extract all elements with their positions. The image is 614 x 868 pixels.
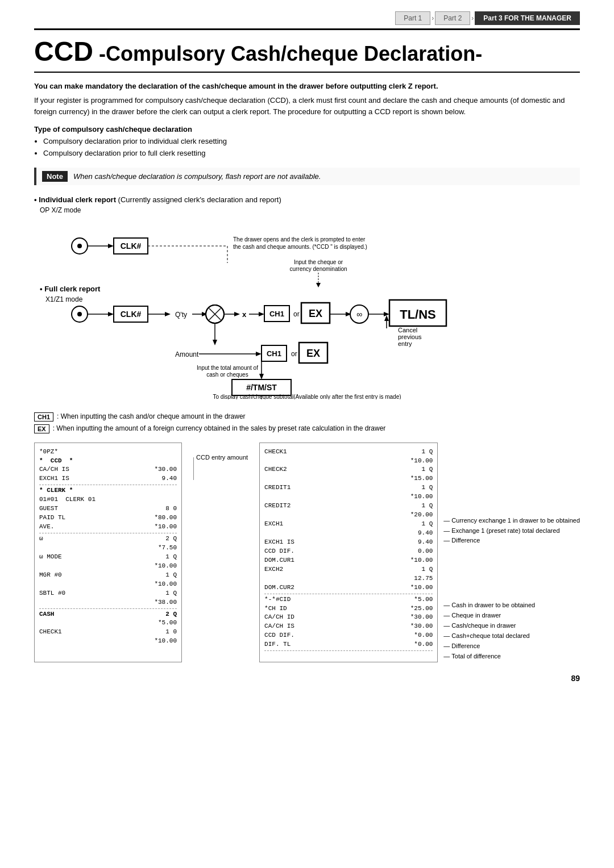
r-line-3: CA/CH IS*30.00	[39, 465, 177, 474]
page-number: 89	[34, 674, 580, 683]
r-line-21: *10.00	[39, 637, 177, 646]
rr-16: DOM.CUR2*10.00	[264, 583, 433, 592]
r-line-6: 01#01 CLERK 01	[39, 495, 177, 504]
rr-3: CHECK21 Q	[264, 465, 433, 474]
svg-text:x: x	[242, 310, 247, 319]
r-line-13: *10.00	[39, 562, 177, 571]
r-divider-2	[39, 533, 177, 533]
svg-marker-63	[384, 315, 389, 321]
r-line-8: PAID TL*80.00	[39, 514, 177, 523]
r-line-17: *38.00	[39, 598, 177, 607]
annot-12: Difference	[443, 642, 580, 651]
nav-separator2: ›	[470, 14, 475, 22]
annot-3: Difference	[443, 536, 580, 545]
rr-15: 12.75	[264, 574, 433, 583]
ccd-annotation: CCD entry amount	[193, 454, 248, 662]
svg-marker-13	[316, 283, 321, 287]
r-line-2: * CCD *	[39, 457, 177, 466]
svg-text:Q'ty: Q'ty	[175, 311, 187, 319]
svg-text:currency denomination: currency denomination	[289, 266, 347, 272]
individual-mode: OP X/Z mode	[40, 206, 580, 214]
ccd-entry-label: CCD entry amount	[196, 454, 248, 461]
part1-tab[interactable]: Part 1	[395, 11, 430, 25]
svg-marker-35	[259, 312, 264, 316]
rr-div2	[264, 650, 433, 651]
r-line-1: *0PZ*	[39, 448, 177, 457]
diagram-section: • Individual clerk report (Currently ass…	[34, 195, 580, 401]
title-prefix: CCD	[34, 36, 93, 66]
svg-text:or: or	[291, 350, 297, 358]
svg-text:CH1: CH1	[267, 349, 281, 358]
rr-12: CCD DIF.0.00	[264, 547, 433, 556]
intro-bold: You can make mandatory the declaration o…	[34, 82, 580, 90]
legend-ex: EX : When inputting the amount of a fore…	[34, 424, 580, 433]
left-receipt: *0PZ* * CCD * CA/CH IS*30.00 EXCH1 IS9.4…	[34, 443, 182, 662]
bullet-2: Compulsory declaration prior to full cle…	[43, 148, 580, 160]
r-divider-1	[39, 485, 177, 485]
nav-separator1: ›	[430, 14, 435, 22]
svg-marker-32	[234, 312, 240, 316]
annot-8: Cash in drawer to be obtained	[443, 601, 580, 610]
svg-text:cash or cheques: cash or cheques	[206, 372, 248, 378]
svg-text:Amount: Amount	[175, 350, 199, 358]
rr-22: DIF. TL*0.00	[264, 640, 433, 649]
svg-text:or: or	[293, 310, 300, 318]
note-text: When cash/cheque declaration is compulso…	[73, 172, 321, 181]
svg-text:Input the total amount of: Input the total amount of	[197, 365, 258, 371]
individual-label: • Individual clerk report	[34, 195, 116, 204]
r-line-20: CHECK11 0	[39, 628, 177, 637]
svg-text:entry: entry	[398, 340, 412, 347]
svg-marker-3	[108, 244, 114, 248]
svg-marker-53	[256, 352, 262, 356]
svg-text:Input the cheque or: Input the cheque or	[294, 259, 343, 265]
part3-tab[interactable]: Part 3 FOR THE MANAGER	[475, 11, 580, 25]
svg-text:the cash and cheque amounts. (: the cash and cheque amounts. (*CCD " is …	[233, 244, 367, 250]
page-container: Part 1 › Part 2 › Part 3 FOR THE MANAGER…	[0, 0, 614, 868]
right-annotations: Currency exchange 1 in drawer to be obta…	[443, 443, 580, 662]
legend-ex-key: EX	[34, 424, 49, 433]
flow-diagram-svg: CLK# The drawer opens and the clerk is p…	[34, 218, 580, 399]
annot-9: Cheque in drawer	[443, 611, 580, 620]
svg-text:CLK#: CLK#	[121, 241, 142, 251]
individual-desc: (Currently assigned clerk's declaration …	[118, 195, 281, 204]
annot-11: Cash+cheque total declared	[443, 632, 580, 641]
legend-ch1-text: : When inputting the cash and/or cheque …	[57, 412, 246, 420]
svg-text:∞: ∞	[356, 310, 362, 319]
legend-ex-text: : When inputting the amount of a foreign…	[53, 424, 386, 432]
rr-20: CA/CH IS*30.00	[264, 622, 433, 631]
rr-19: CA/CH ID*30.00	[264, 613, 433, 622]
legend-section: CH1 : When inputting the cash and/or che…	[34, 412, 580, 433]
svg-text:CLK#: CLK#	[121, 310, 142, 319]
rr-9: EXCH11 Q	[264, 520, 433, 529]
r-line-16: SBTL #01 Q	[39, 589, 177, 598]
r-line-12: ω MODE1 Q	[39, 553, 177, 562]
svg-marker-23	[165, 312, 171, 316]
svg-marker-50	[213, 340, 217, 345]
rr-5: CREDIT11 Q	[264, 483, 433, 493]
svg-text:EX: EX	[309, 308, 322, 319]
r-line-10: ω2 Q	[39, 535, 177, 544]
svg-marker-67	[259, 374, 264, 379]
r-line-14: MGR #01 Q	[39, 571, 177, 580]
part-navigation: Part 1 › Part 2 › Part 3 FOR THE MANAGER	[34, 11, 580, 30]
svg-point-17	[77, 312, 82, 316]
svg-text:Cancel: Cancel	[398, 327, 417, 333]
annot-13: Total of difference	[443, 652, 580, 661]
annot-1: Currency exchange 1 in drawer to be obta…	[443, 516, 580, 525]
svg-text:TL/NS: TL/NS	[400, 307, 436, 322]
rr-div1	[264, 594, 433, 594]
type-heading: Type of compulsory cash/cheque declarati…	[34, 125, 580, 133]
svg-text:To display cash/cheque subtota: To display cash/cheque subtotal(Availabl…	[213, 394, 401, 399]
svg-text:previous: previous	[398, 333, 422, 340]
r-line-9: AVE.*10.00	[39, 523, 177, 532]
rr-11: EXCH1 IS9.40	[264, 538, 433, 547]
r-divider-3	[39, 608, 177, 609]
note-box: Note When cash/cheque declaration is com…	[34, 168, 580, 185]
rr-17: *-*#CID*5.00	[264, 595, 433, 604]
svg-point-1	[77, 244, 82, 248]
part2-tab[interactable]: Part 2	[435, 11, 470, 25]
bullet-1: Compulsory declaration prior to individu…	[43, 136, 580, 148]
rr-6: *10.00	[264, 493, 433, 502]
r-line-7: GUEST8 0	[39, 504, 177, 514]
rr-21: CCD DIF.*0.00	[264, 631, 433, 640]
